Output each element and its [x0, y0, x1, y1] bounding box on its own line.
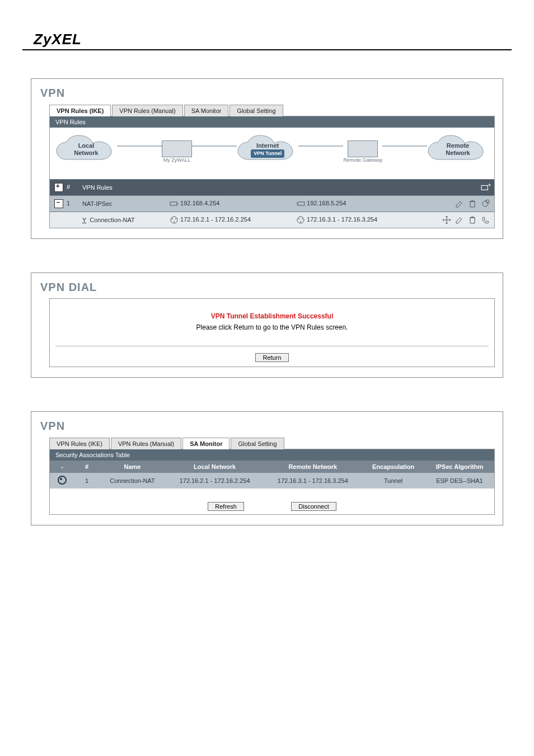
vpn-rules-table: # VPN Rules + 1 NAT-IPSec 192.168.4.254 …	[50, 179, 494, 228]
remote-network-label: RemoteNetwork	[427, 142, 489, 157]
vpn-tabs: VPN Rules (IKE) VPN Rules (Manual) SA Mo…	[49, 437, 495, 449]
remote-network-range: 172.16.3.1 - 172.16.3.254	[307, 216, 377, 223]
tab-body: Security Associations Table - # Name Loc…	[49, 449, 495, 515]
brand-logo: ZyXEL	[34, 31, 534, 48]
local-network-icon	[170, 215, 179, 224]
tab-sa-monitor[interactable]: SA Monitor	[182, 438, 229, 449]
dial-body: VPN Tunnel Establishment Successful Plea…	[49, 298, 495, 367]
remote-gateway-label: Remote Gateway	[343, 157, 382, 163]
tab-vpn-rules-manual[interactable]: VPN Rules (Manual)	[112, 105, 182, 116]
move-icon[interactable]	[442, 215, 451, 224]
tab-vpn-rules-ike[interactable]: VPN Rules (IKE)	[49, 438, 110, 449]
vpn-dial-panel: VPN DIAL VPN Tunnel Establishment Succes…	[31, 273, 503, 378]
sa-table-header: - # Name Local Network Remote Network En…	[50, 461, 494, 473]
local-gateway-icon	[170, 199, 179, 208]
remote-network-icon	[296, 215, 305, 224]
panel-title: VPN	[40, 420, 495, 433]
wire-icon	[298, 145, 343, 147]
gateway-row: 1 NAT-IPSec 192.168.4.254 192.168.5.254	[50, 196, 494, 212]
panel-title: VPN	[40, 87, 495, 100]
vpn-dial-success-message: VPN Tunnel Establishment Successful	[55, 312, 489, 320]
delete-icon[interactable]	[468, 215, 477, 224]
tab-body: VPN Rules LocalNetwork My ZyWALL Interne…	[49, 116, 495, 228]
rules-header-name: VPN Rules	[78, 180, 418, 196]
svg-point-4	[483, 201, 488, 206]
svg-text:+: +	[488, 183, 491, 188]
tab-vpn-rules-ike[interactable]: VPN Rules (IKE)	[49, 105, 111, 116]
collapse-icon[interactable]	[54, 199, 63, 208]
column-remote-network: Remote Network	[264, 461, 362, 473]
vpn-tunnel-badge: VPN Tunnel	[251, 149, 284, 158]
row-select-radio[interactable]	[58, 476, 67, 485]
remote-gateway-icon	[296, 199, 305, 208]
svg-point-11	[298, 218, 299, 219]
gateway-name: NAT-IPSec	[78, 196, 165, 212]
sa-table: - # Name Local Network Remote Network En…	[50, 461, 494, 489]
row-encapsulation: Tunnel	[362, 473, 425, 489]
vpn-rules-section-bar: VPN Rules	[50, 116, 494, 128]
my-zywall-label: My ZyWALL	[163, 157, 191, 163]
remote-network-cloud: RemoteNetwork	[427, 134, 489, 169]
device-icon	[162, 140, 192, 157]
return-button[interactable]: Return	[255, 353, 288, 362]
internet-cloud: Internet VPN Tunnel	[237, 134, 298, 169]
dial-icon[interactable]	[481, 215, 490, 224]
tab-vpn-rules-manual[interactable]: VPN Rules (Manual)	[111, 438, 181, 449]
gateway-index: 1	[67, 200, 70, 206]
column-name: Name	[99, 461, 166, 473]
row-ipsec-algorithm: ESP DES--SHA1	[425, 473, 494, 489]
local-gateway-ip: 192.168.4.254	[180, 200, 219, 206]
sa-table-row: 1 Connection-NAT 172.16.2.1 - 172.16.2.2…	[50, 473, 494, 489]
edit-icon[interactable]	[455, 215, 464, 224]
svg-point-7	[172, 218, 173, 219]
rules-header-row: # VPN Rules +	[50, 180, 494, 196]
policy-active-marker: Y	[82, 217, 86, 223]
local-network-cloud: LocalNetwork	[55, 134, 117, 169]
row-number: 1	[74, 473, 99, 489]
column-number: #	[74, 461, 99, 473]
disconnect-button[interactable]: Disconnect	[291, 502, 336, 511]
local-network-label: LocalNetwork	[55, 142, 117, 157]
remote-gateway-ip: 192.168.5.254	[307, 200, 346, 206]
tab-global-setting[interactable]: Global Setting	[231, 438, 284, 449]
sa-buttons: Refresh Disconnect	[50, 489, 494, 514]
svg-point-6	[171, 217, 177, 223]
column-number-header: #	[67, 184, 70, 190]
tab-sa-monitor[interactable]: SA Monitor	[184, 105, 229, 116]
column-ipsec-algorithm: IPSec Algorithm	[425, 461, 494, 473]
delete-icon[interactable]	[468, 199, 477, 208]
sa-monitor-panel: VPN VPN Rules (IKE) VPN Rules (Manual) S…	[31, 411, 503, 525]
wire-icon	[117, 145, 162, 147]
column-local-network: Local Network	[166, 461, 264, 473]
topology-diagram: LocalNetwork My ZyWALL Internet VPN Tunn…	[50, 128, 494, 179]
svg-point-5	[486, 200, 489, 203]
vpn-tabs: VPN Rules (IKE) VPN Rules (Manual) SA Mo…	[49, 104, 495, 116]
svg-rect-0	[481, 186, 488, 190]
panel-title: VPN DIAL	[40, 281, 495, 294]
svg-point-8	[175, 218, 176, 219]
wire-icon	[192, 145, 237, 147]
svg-rect-3	[298, 202, 305, 205]
policy-name: Connection-NAT	[90, 217, 135, 223]
add-policy-icon[interactable]	[481, 199, 490, 208]
column-encapsulation: Encapsulation	[362, 461, 425, 473]
internet-label: Internet VPN Tunnel	[237, 142, 298, 158]
edit-icon[interactable]	[455, 199, 464, 208]
vpn-rules-panel: VPN VPN Rules (IKE) VPN Rules (Manual) S…	[31, 78, 503, 239]
row-name: Connection-NAT	[99, 473, 166, 489]
my-zywall-device: My ZyWALL	[162, 140, 192, 163]
tab-global-setting[interactable]: Global Setting	[229, 105, 283, 116]
header-divider	[22, 49, 512, 50]
policy-row: Y Connection-NAT 172.16.2.1 - 172.16.2.2…	[50, 212, 494, 228]
svg-point-12	[302, 218, 303, 219]
sa-section-bar: Security Associations Table	[50, 449, 494, 461]
column-select: -	[50, 461, 74, 473]
expand-all-icon[interactable]	[54, 183, 63, 192]
refresh-button[interactable]: Refresh	[208, 502, 244, 511]
svg-point-10	[297, 217, 304, 223]
divider	[55, 346, 489, 346]
add-gateway-icon[interactable]: +	[481, 183, 490, 192]
row-remote-network: 172.16.3.1 - 172.16.3.254	[264, 473, 362, 489]
svg-point-13	[300, 221, 301, 222]
svg-point-9	[174, 221, 175, 222]
